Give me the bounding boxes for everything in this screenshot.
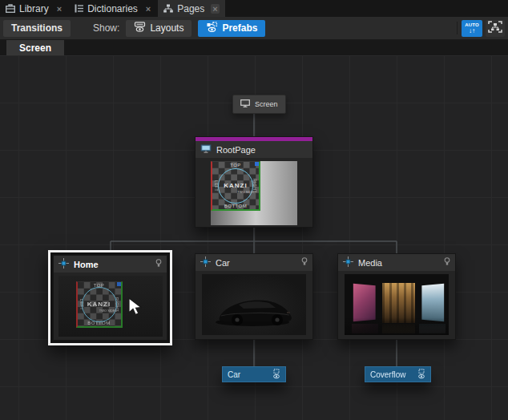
prefab-badge-coverflow[interactable]: Coverflow — [365, 366, 431, 382]
layouts-eye-icon — [134, 22, 146, 34]
monitor-icon — [240, 99, 250, 109]
kanzi-note-label: TWO SIDED — [237, 190, 256, 194]
show-label: Show: — [93, 22, 119, 34]
kanzi-center-label: KANZI — [78, 301, 121, 308]
badge-label: Car — [228, 370, 240, 379]
toolbar-divider — [457, 22, 458, 34]
tab-dictionaries[interactable]: Dictionaries × — [69, 0, 158, 17]
kanzi-bottom-label: BOTTOM — [212, 204, 259, 208]
layouts-label: Layouts — [150, 22, 183, 34]
close-icon[interactable]: × — [55, 4, 63, 14]
car-node-label: Car — [216, 258, 296, 268]
screen-node[interactable]: Screen — [232, 95, 286, 114]
media-node-label: Media — [358, 258, 439, 268]
auto-arrange-button[interactable]: AUTO ↓↑ — [462, 20, 482, 37]
kanzi-center-label: KANZI — [212, 182, 259, 189]
list-icon — [75, 4, 83, 13]
kanzi-note-label: TWO SIDED — [99, 309, 118, 313]
rootpage-thumbnail: TOP BOTTOM LEFT RIGHT KANZI TWO SIDED — [211, 161, 297, 225]
panel-tab-bar: Library × Dictionaries × Pages × — [0, 0, 508, 17]
page-graph-canvas[interactable]: Screen RootPage TOP BOTTOM — [0, 55, 508, 420]
auto-arrows-icon: ↓↑ — [469, 28, 475, 34]
lightbulb-icon[interactable] — [444, 257, 450, 268]
tab-label: Pages — [177, 3, 204, 14]
auto-label: AUTO — [465, 22, 479, 27]
prefab-placeholder-icon — [272, 369, 280, 381]
kanzi-test-image: TOP BOTTOM LEFT RIGHT KANZI TWO SIDED — [76, 281, 123, 328]
tab-label: Dictionaries — [87, 3, 138, 14]
media-node[interactable]: Media — [337, 253, 456, 340]
layouts-toggle-button[interactable]: Layouts — [126, 20, 192, 37]
toolbox-icon — [6, 4, 15, 13]
tab-library[interactable]: Library × — [0, 0, 69, 17]
hierarchy-icon — [163, 4, 173, 13]
car-image — [202, 274, 306, 335]
home-node-label: Home — [74, 260, 151, 269]
prefabs-eye-icon — [206, 22, 218, 34]
page-icon — [58, 258, 69, 270]
rootpage-node[interactable]: RootPage TOP BOTTOM LEFT RIGHT KANZI TWO… — [195, 136, 313, 228]
car-node[interactable]: Car — [195, 253, 313, 340]
page-icon — [343, 256, 353, 269]
close-icon[interactable]: × — [144, 4, 152, 14]
tab-pages[interactable]: Pages × — [158, 0, 224, 17]
media-coverflow-thumbnail — [345, 274, 449, 335]
badge-label: Coverflow — [370, 370, 405, 379]
screen-node-label: Screen — [255, 100, 278, 108]
document-tab-row: Screen — [0, 40, 508, 55]
doc-tab-screen[interactable]: Screen — [6, 40, 64, 55]
transitions-button[interactable]: Transitions — [3, 20, 71, 37]
home-node[interactable]: Home TOP BOTTOM LEFT RIGHT — [48, 250, 172, 345]
tab-label: Library — [19, 3, 49, 14]
thumbnail-fade — [345, 274, 449, 335]
rootpage-node-label: RootPage — [216, 145, 308, 155]
kanzi-top-label: TOP — [212, 163, 259, 168]
prefab-badge-car[interactable]: Car — [222, 366, 286, 382]
car-thumbnail — [202, 274, 306, 335]
pages-panel: Library × Dictionaries × Pages × Transit… — [0, 0, 508, 420]
close-icon[interactable]: × — [211, 4, 219, 14]
fit-to-view-icon — [488, 21, 502, 35]
home-thumbnail: TOP BOTTOM LEFT RIGHT KANZI TWO SIDED — [58, 276, 163, 337]
fit-to-view-button[interactable] — [486, 20, 505, 37]
kanzi-test-image: TOP BOTTOM LEFT RIGHT KANZI TWO SIDED — [211, 161, 260, 211]
page-icon — [200, 256, 211, 269]
prefabs-label: Prefabs — [222, 22, 257, 34]
page-host-icon — [200, 144, 212, 155]
lightbulb-icon[interactable] — [155, 259, 162, 269]
lightbulb-icon[interactable] — [301, 257, 308, 268]
pages-toolbar: Transitions Show: Layouts Prefabs AUTO ↓… — [0, 17, 508, 40]
prefab-placeholder-icon — [417, 369, 425, 381]
prefabs-toggle-button[interactable]: Prefabs — [198, 20, 265, 37]
